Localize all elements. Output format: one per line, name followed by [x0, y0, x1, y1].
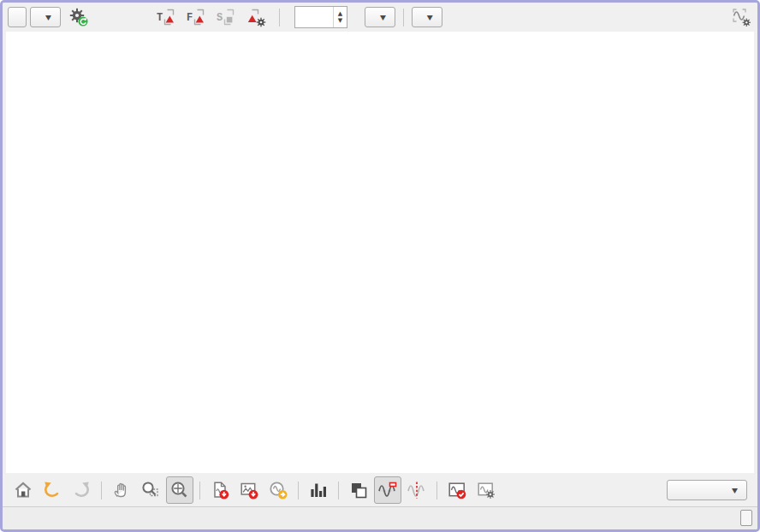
toolbar-separator [279, 9, 280, 27]
toolbar-separator [338, 482, 339, 499]
export-record-button[interactable] [264, 476, 292, 504]
top-toolbar: ▼ T F [3, 3, 757, 32]
capture-dropdown[interactable]: ▼ [30, 7, 61, 27]
toolbar-separator [199, 482, 200, 499]
app-window: ▼ T F [0, 0, 760, 532]
layout-group: ▼ [656, 480, 747, 500]
time-interval-spinner[interactable]: ▲ ▼ [294, 6, 347, 28]
histogram-button[interactable] [305, 476, 332, 504]
redo-button[interactable] [68, 476, 95, 504]
chevron-down-icon: ▼ [427, 14, 433, 21]
export-image-button[interactable] [235, 476, 263, 504]
trigger-group: T F S [155, 6, 267, 28]
zoom-box-button[interactable] [137, 476, 164, 504]
trigger-t-icon[interactable]: T [155, 6, 177, 28]
pan-hand-button[interactable] [108, 476, 135, 504]
layers-button[interactable] [345, 476, 372, 504]
sample-rate-dropdown[interactable]: ▼ [365, 7, 395, 27]
trg-indicator-button[interactable] [740, 510, 752, 526]
bottom-toolbar: ▼ [3, 473, 757, 507]
layout-dropdown[interactable]: ▼ [667, 480, 747, 500]
horizontal-cursor-button[interactable] [374, 476, 401, 504]
vertical-cursor-button[interactable] [403, 476, 430, 504]
trigger-settings-icon[interactable] [245, 6, 267, 28]
undo-button[interactable] [39, 476, 66, 504]
chevron-down-icon: ▼ [45, 14, 51, 21]
spinner-up-icon[interactable]: ▲ [338, 10, 342, 17]
trigger-f-icon[interactable]: F [185, 6, 207, 28]
toolbar-separator [403, 9, 404, 27]
toolbar-separator [436, 482, 437, 499]
chevron-down-icon: ▼ [732, 487, 738, 494]
home-view-button[interactable] [9, 476, 37, 504]
preset-dropdown[interactable]: ▼ [412, 7, 442, 27]
plot-config-icon[interactable] [730, 6, 752, 28]
spinner-down-icon[interactable]: ▼ [338, 17, 342, 24]
export-data-button[interactable] [206, 476, 234, 504]
trigger-s-icon[interactable]: S [215, 6, 237, 28]
plot-settings-button[interactable] [472, 476, 500, 504]
time-interval-value[interactable] [295, 7, 333, 27]
apply-plot-button[interactable] [443, 476, 471, 504]
svg-text:S: S [217, 12, 223, 24]
chevron-down-icon: ▼ [380, 14, 386, 21]
signals-button[interactable] [8, 7, 27, 27]
status-bar [3, 506, 757, 529]
zoom-pan-button[interactable] [166, 476, 193, 504]
capture-settings-sync-icon[interactable] [68, 6, 90, 28]
toolbar-separator [101, 482, 102, 499]
svg-text:F: F [187, 12, 193, 24]
toolbar-separator [298, 482, 299, 499]
svg-text:T: T [157, 12, 163, 24]
charts-panel[interactable] [6, 32, 754, 473]
